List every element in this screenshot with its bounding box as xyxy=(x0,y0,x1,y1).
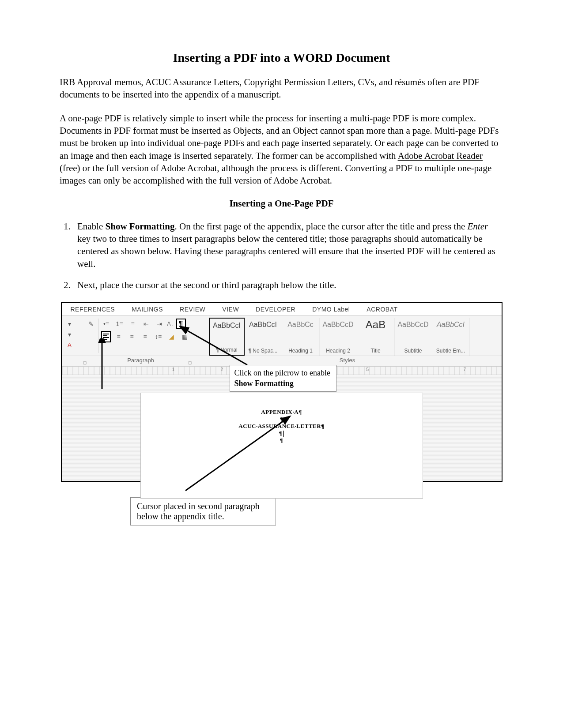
appendix-subtitle-line: ACUC·ASSURANCE·LETTER¶ xyxy=(141,423,423,430)
tab-mailings[interactable]: MAILINGS xyxy=(132,306,163,313)
dialog-launcher-icon[interactable]: ◻ xyxy=(83,360,87,365)
callout-cursor: Cursor placed in second paragraph below … xyxy=(130,497,276,525)
pilcrow-mark: ¶ xyxy=(141,437,423,444)
numbering-icon[interactable]: 1≡ xyxy=(115,319,124,328)
multilevel-icon[interactable]: ≡ xyxy=(128,319,137,328)
step1-text-a: Enable xyxy=(77,221,106,232)
section-heading: Inserting a One-Page PDF xyxy=(60,198,503,209)
intro-paragraph-1: IRB Approval memos, ACUC Assurance Lette… xyxy=(60,76,503,101)
style-label: Subtle Em... xyxy=(433,348,469,354)
callout-pilcrow: Click on the pilcrow to enable Show Form… xyxy=(230,365,336,392)
shading-icon[interactable]: ◢ xyxy=(167,332,176,341)
style-tile-heading-1[interactable]: AaBbCcHeading 1 xyxy=(282,318,320,356)
style-sample: AaBbCcI xyxy=(211,319,243,332)
ribbon-tab-row: REFERENCES MAILINGS REVIEW VIEW DEVELOPE… xyxy=(62,303,502,316)
style-label: Subtitle xyxy=(396,348,431,354)
style-tile-title[interactable]: AaBTitle xyxy=(357,318,395,356)
ribbon-body: ▾ ▾ A ✎ •≡ 1≡ ≡ ⇤ ⇥ A↓ ¶ xyxy=(62,316,502,356)
step1-text-c: key two to three times to insert paragra… xyxy=(77,233,495,269)
style-label: ¶ Normal xyxy=(211,347,243,353)
justify-icon[interactable]: ≡ xyxy=(141,332,150,341)
tab-developer[interactable]: DEVELOPER xyxy=(256,306,295,313)
style-tile--no-spac-[interactable]: AaBbCcI¶ No Spac... xyxy=(245,318,282,356)
style-sample: AaB xyxy=(358,319,393,331)
text-cursor xyxy=(283,431,284,437)
step1-italic: Enter xyxy=(468,221,488,232)
format-painter-icon[interactable]: ✎ xyxy=(87,319,95,328)
line-spacing-icon[interactable]: ↕≡ xyxy=(154,332,163,341)
pilcrow-mark: ¶ xyxy=(141,416,423,423)
style-tile-heading-2[interactable]: AaBbCcDHeading 2 xyxy=(320,318,357,356)
intro-paragraph-2: A one-page PDF is relatively simple to i… xyxy=(60,112,503,187)
style-sample: AaBbCcI xyxy=(433,319,469,331)
callout1-bold: Show Formatting xyxy=(234,379,294,388)
align-left-button[interactable] xyxy=(101,331,111,342)
tab-view[interactable]: VIEW xyxy=(222,306,239,313)
pilcrow-mark: ¶ xyxy=(141,430,423,437)
align-center-icon[interactable]: ≡ xyxy=(114,332,123,341)
callout1-text: Click on the pilcrow to enable xyxy=(234,368,330,377)
style-sample: AaBbCcI xyxy=(246,319,281,331)
step-2: Next, place the cursor at the second or … xyxy=(73,279,503,291)
step1-bold: Show Formatting xyxy=(106,221,175,232)
styles-gallery: AaBbCcI¶ NormalAaBbCcI¶ No Spac...AaBbCc… xyxy=(209,316,502,356)
style-sample: AaBbCcD xyxy=(396,319,431,331)
style-label: Title xyxy=(358,348,393,354)
style-sample: AaBbCc xyxy=(283,319,318,331)
page-title: Inserting a PDF into a WORD Document xyxy=(60,51,503,65)
tab-dymo[interactable]: DYMO Label xyxy=(312,306,350,313)
style-tile-subtitle[interactable]: AaBbCcDSubtitle xyxy=(395,318,432,356)
dropdown-icon[interactable]: ▾ xyxy=(65,330,74,339)
tab-acrobat[interactable]: ACROBAT xyxy=(367,306,397,313)
align-right-icon[interactable]: ≡ xyxy=(128,332,136,341)
step-1: Enable Show Formatting. On the first pag… xyxy=(73,220,503,270)
dialog-launcher-icon[interactable]: ◻ xyxy=(188,360,192,365)
style-label: ¶ No Spac... xyxy=(246,348,281,354)
style-sample: AaBbCcD xyxy=(321,319,356,331)
tab-references[interactable]: REFERENCES xyxy=(71,306,115,313)
sort-icon[interactable]: A↓ xyxy=(167,321,174,327)
dropdown-icon[interactable]: ▾ xyxy=(65,319,74,328)
decrease-indent-icon[interactable]: ⇤ xyxy=(142,319,151,328)
bullets-icon[interactable]: •≡ xyxy=(102,319,111,328)
style-tile-subtle-em-[interactable]: AaBbCcISubtle Em... xyxy=(432,318,470,356)
borders-icon[interactable]: ▦ xyxy=(181,332,189,341)
style-label: Heading 2 xyxy=(321,348,356,354)
step1-text-b: . On the first page of the appendix, pla… xyxy=(174,221,467,232)
pilcrow-button[interactable]: ¶ xyxy=(176,319,186,329)
acrobat-reader-link[interactable]: Adobe Acrobat Reader xyxy=(398,150,483,161)
intro2-part-b: (free) or the full version of Adobe Acro… xyxy=(60,163,491,186)
document-page[interactable]: APPENDIX·A¶ ¶ ACUC·ASSURANCE·LETTER¶ ¶ ¶ xyxy=(140,393,423,499)
tab-review[interactable]: REVIEW xyxy=(180,306,205,313)
paragraph-group-label: Paragraph◻ xyxy=(88,356,193,366)
increase-indent-icon[interactable]: ⇥ xyxy=(155,319,164,328)
style-tile--normal[interactable]: AaBbCcI¶ Normal xyxy=(209,318,245,356)
appendix-title-line: APPENDIX·A¶ xyxy=(141,409,423,416)
word-ribbon-screenshot: REFERENCES MAILINGS REVIEW VIEW DEVELOPE… xyxy=(61,302,503,482)
style-label: Heading 1 xyxy=(283,348,318,354)
font-color-icon[interactable]: A xyxy=(65,341,74,349)
